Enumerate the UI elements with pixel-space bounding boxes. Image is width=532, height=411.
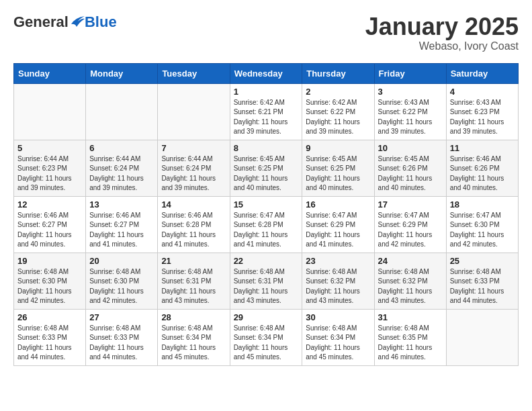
day-number: 23 bbox=[306, 256, 370, 266]
day-number: 26 bbox=[17, 312, 82, 322]
calendar-table: SundayMondayTuesdayWednesdayThursdayFrid… bbox=[13, 63, 519, 366]
calendar-day-cell: 20Sunrise: 6:48 AM Sunset: 6:30 PM Dayli… bbox=[86, 253, 158, 309]
day-number: 10 bbox=[378, 143, 443, 153]
day-number: 18 bbox=[450, 199, 515, 210]
day-number: 19 bbox=[17, 256, 82, 266]
day-number: 29 bbox=[234, 312, 299, 322]
day-info: Sunrise: 6:46 AM Sunset: 6:28 PM Dayligh… bbox=[161, 211, 226, 250]
calendar-day-cell: 15Sunrise: 6:47 AM Sunset: 6:28 PM Dayli… bbox=[230, 196, 302, 253]
calendar-day-cell: 26Sunrise: 6:48 AM Sunset: 6:33 PM Dayli… bbox=[14, 309, 86, 365]
calendar-day-cell: 18Sunrise: 6:47 AM Sunset: 6:30 PM Dayli… bbox=[446, 196, 518, 253]
day-number: 27 bbox=[89, 312, 154, 322]
calendar-day-cell: 12Sunrise: 6:46 AM Sunset: 6:27 PM Dayli… bbox=[14, 196, 86, 253]
day-info: Sunrise: 6:48 AM Sunset: 6:33 PM Dayligh… bbox=[450, 267, 515, 306]
weekday-header-row: SundayMondayTuesdayWednesdayThursdayFrid… bbox=[14, 63, 519, 83]
calendar-day-cell: 31Sunrise: 6:48 AM Sunset: 6:35 PM Dayli… bbox=[374, 309, 446, 365]
day-number: 4 bbox=[450, 87, 515, 97]
day-info: Sunrise: 6:45 AM Sunset: 6:25 PM Dayligh… bbox=[306, 154, 370, 193]
day-info: Sunrise: 6:47 AM Sunset: 6:30 PM Dayligh… bbox=[450, 211, 515, 250]
day-info: Sunrise: 6:46 AM Sunset: 6:26 PM Dayligh… bbox=[450, 154, 515, 193]
calendar-day-cell: 9Sunrise: 6:45 AM Sunset: 6:25 PM Daylig… bbox=[302, 140, 374, 196]
day-number: 17 bbox=[378, 199, 443, 210]
day-number: 22 bbox=[234, 256, 299, 266]
calendar-day-cell: 19Sunrise: 6:48 AM Sunset: 6:30 PM Dayli… bbox=[14, 253, 86, 309]
calendar-week-row: 1Sunrise: 6:42 AM Sunset: 6:21 PM Daylig… bbox=[14, 83, 519, 140]
calendar-day-cell: 3Sunrise: 6:43 AM Sunset: 6:22 PM Daylig… bbox=[374, 83, 446, 140]
day-info: Sunrise: 6:42 AM Sunset: 6:22 PM Dayligh… bbox=[306, 98, 370, 137]
day-info: Sunrise: 6:42 AM Sunset: 6:21 PM Dayligh… bbox=[234, 98, 299, 137]
day-info: Sunrise: 6:48 AM Sunset: 6:35 PM Dayligh… bbox=[378, 324, 443, 363]
day-info: Sunrise: 6:48 AM Sunset: 6:34 PM Dayligh… bbox=[306, 324, 370, 363]
calendar-day-cell bbox=[158, 83, 230, 140]
day-number: 13 bbox=[89, 199, 154, 210]
day-number: 30 bbox=[306, 312, 370, 322]
title-block: January 2025 Webaso, Ivory Coast bbox=[365, 13, 519, 52]
calendar-week-row: 26Sunrise: 6:48 AM Sunset: 6:33 PM Dayli… bbox=[14, 309, 519, 365]
weekday-header-sunday: Sunday bbox=[14, 63, 86, 83]
day-number: 25 bbox=[450, 256, 515, 266]
calendar-day-cell bbox=[14, 83, 86, 140]
weekday-header-friday: Friday bbox=[374, 63, 446, 83]
logo-general-text: General bbox=[13, 13, 69, 31]
day-number: 31 bbox=[378, 312, 443, 322]
day-info: Sunrise: 6:47 AM Sunset: 6:29 PM Dayligh… bbox=[306, 211, 370, 250]
calendar-day-cell: 17Sunrise: 6:47 AM Sunset: 6:29 PM Dayli… bbox=[374, 196, 446, 253]
day-number: 2 bbox=[306, 87, 370, 97]
day-info: Sunrise: 6:48 AM Sunset: 6:33 PM Dayligh… bbox=[89, 324, 154, 363]
day-info: Sunrise: 6:48 AM Sunset: 6:34 PM Dayligh… bbox=[161, 324, 226, 363]
day-number: 9 bbox=[306, 143, 370, 153]
day-info: Sunrise: 6:43 AM Sunset: 6:23 PM Dayligh… bbox=[450, 98, 515, 137]
day-number: 21 bbox=[161, 256, 226, 266]
day-number: 6 bbox=[89, 143, 154, 153]
day-info: Sunrise: 6:47 AM Sunset: 6:28 PM Dayligh… bbox=[234, 211, 299, 250]
calendar-day-cell: 24Sunrise: 6:48 AM Sunset: 6:32 PM Dayli… bbox=[374, 253, 446, 309]
day-info: Sunrise: 6:45 AM Sunset: 6:25 PM Dayligh… bbox=[234, 154, 299, 193]
calendar-day-cell: 2Sunrise: 6:42 AM Sunset: 6:22 PM Daylig… bbox=[302, 83, 374, 140]
calendar-day-cell: 13Sunrise: 6:46 AM Sunset: 6:27 PM Dayli… bbox=[86, 196, 158, 253]
day-info: Sunrise: 6:48 AM Sunset: 6:33 PM Dayligh… bbox=[17, 324, 82, 363]
day-number: 3 bbox=[378, 87, 443, 97]
day-info: Sunrise: 6:48 AM Sunset: 6:31 PM Dayligh… bbox=[161, 267, 226, 306]
weekday-header-thursday: Thursday bbox=[302, 63, 374, 83]
day-info: Sunrise: 6:48 AM Sunset: 6:32 PM Dayligh… bbox=[306, 267, 370, 306]
weekday-header-saturday: Saturday bbox=[446, 63, 518, 83]
day-info: Sunrise: 6:48 AM Sunset: 6:32 PM Dayligh… bbox=[378, 267, 443, 306]
calendar-week-row: 19Sunrise: 6:48 AM Sunset: 6:30 PM Dayli… bbox=[14, 253, 519, 309]
day-info: Sunrise: 6:48 AM Sunset: 6:30 PM Dayligh… bbox=[89, 267, 154, 306]
calendar-day-cell: 22Sunrise: 6:48 AM Sunset: 6:31 PM Dayli… bbox=[230, 253, 302, 309]
day-number: 7 bbox=[161, 143, 226, 153]
day-number: 20 bbox=[89, 256, 154, 266]
calendar-day-cell: 21Sunrise: 6:48 AM Sunset: 6:31 PM Dayli… bbox=[158, 253, 230, 309]
day-info: Sunrise: 6:44 AM Sunset: 6:24 PM Dayligh… bbox=[89, 154, 154, 193]
logo: General Blue bbox=[13, 13, 117, 31]
day-number: 14 bbox=[161, 199, 226, 210]
calendar-day-cell: 11Sunrise: 6:46 AM Sunset: 6:26 PM Dayli… bbox=[446, 140, 518, 196]
calendar-day-cell: 23Sunrise: 6:48 AM Sunset: 6:32 PM Dayli… bbox=[302, 253, 374, 309]
location-text: Webaso, Ivory Coast bbox=[365, 40, 519, 52]
day-number: 15 bbox=[234, 199, 299, 210]
day-number: 24 bbox=[378, 256, 443, 266]
calendar-week-row: 12Sunrise: 6:46 AM Sunset: 6:27 PM Dayli… bbox=[14, 196, 519, 253]
page-header: General Blue January 2025 Webaso, Ivory … bbox=[13, 13, 519, 52]
day-number: 28 bbox=[161, 312, 226, 322]
weekday-header-tuesday: Tuesday bbox=[158, 63, 230, 83]
day-info: Sunrise: 6:47 AM Sunset: 6:29 PM Dayligh… bbox=[378, 211, 443, 250]
day-info: Sunrise: 6:48 AM Sunset: 6:30 PM Dayligh… bbox=[17, 267, 82, 306]
day-number: 1 bbox=[234, 87, 299, 97]
calendar-day-cell: 29Sunrise: 6:48 AM Sunset: 6:34 PM Dayli… bbox=[230, 309, 302, 365]
day-info: Sunrise: 6:45 AM Sunset: 6:26 PM Dayligh… bbox=[378, 154, 443, 193]
calendar-day-cell bbox=[86, 83, 158, 140]
calendar-day-cell: 6Sunrise: 6:44 AM Sunset: 6:24 PM Daylig… bbox=[86, 140, 158, 196]
day-info: Sunrise: 6:46 AM Sunset: 6:27 PM Dayligh… bbox=[17, 211, 82, 250]
calendar-day-cell: 7Sunrise: 6:44 AM Sunset: 6:24 PM Daylig… bbox=[158, 140, 230, 196]
calendar-day-cell: 10Sunrise: 6:45 AM Sunset: 6:26 PM Dayli… bbox=[374, 140, 446, 196]
calendar-day-cell: 25Sunrise: 6:48 AM Sunset: 6:33 PM Dayli… bbox=[446, 253, 518, 309]
calendar-day-cell: 28Sunrise: 6:48 AM Sunset: 6:34 PM Dayli… bbox=[158, 309, 230, 365]
day-number: 5 bbox=[17, 143, 82, 153]
day-info: Sunrise: 6:44 AM Sunset: 6:24 PM Dayligh… bbox=[161, 154, 226, 193]
logo-blue-text: Blue bbox=[85, 13, 117, 31]
day-number: 8 bbox=[234, 143, 299, 153]
weekday-header-monday: Monday bbox=[86, 63, 158, 83]
logo-bird-icon bbox=[70, 15, 85, 27]
calendar-day-cell bbox=[446, 309, 518, 365]
